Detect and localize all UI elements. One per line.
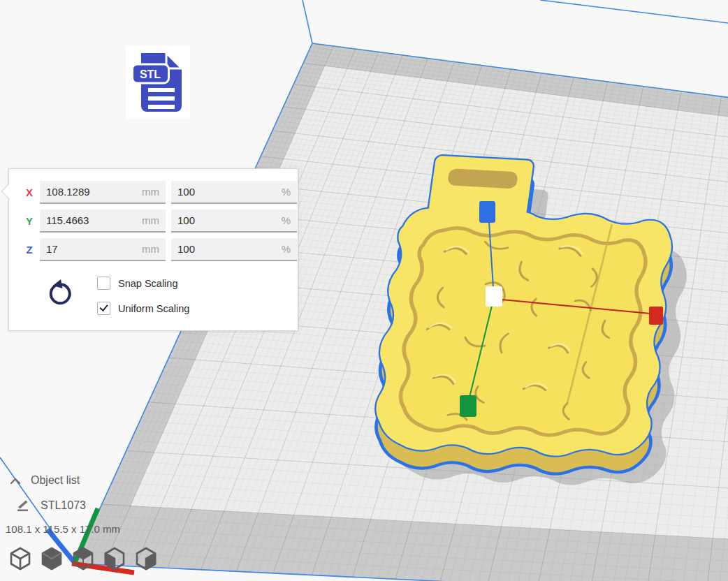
camera-view-toolbar bbox=[7, 545, 159, 572]
percent-unit-label: % bbox=[282, 243, 297, 255]
object-list-item-stl1073[interactable]: STL1073 bbox=[41, 499, 86, 512]
view-front-icon bbox=[38, 545, 65, 572]
scale-y-percent-input[interactable] bbox=[171, 214, 282, 226]
stl-document-icon: STL bbox=[131, 52, 184, 113]
reset-scale-icon bbox=[45, 279, 73, 307]
reset-scale-button[interactable] bbox=[45, 279, 73, 307]
view-top-icon bbox=[70, 545, 96, 572]
mm-unit-label: mm bbox=[142, 243, 166, 255]
view-right-button[interactable] bbox=[133, 545, 159, 572]
scale-handle-y[interactable] bbox=[460, 395, 476, 417]
scale-z-percent-input[interactable] bbox=[171, 243, 282, 255]
view-3d-button[interactable] bbox=[7, 545, 34, 572]
scale-tool-panel: X mm % Y mm % Z mm % bbox=[8, 168, 298, 331]
model-cavity-floor bbox=[393, 226, 653, 441]
mm-unit-label: mm bbox=[142, 214, 166, 226]
stl-badge-label: STL bbox=[140, 68, 161, 80]
scale-x-mm-input[interactable] bbox=[40, 186, 142, 198]
mm-unit-label: mm bbox=[142, 186, 166, 198]
mesh-edit-icon bbox=[15, 497, 31, 513]
scale-row-z: Z mm % bbox=[9, 238, 298, 261]
snap-scaling-label: Snap Scaling bbox=[110, 278, 177, 289]
object-list-collapse-button[interactable] bbox=[9, 476, 22, 486]
checkbox-box bbox=[97, 277, 110, 290]
scale-z-mm-input[interactable] bbox=[40, 243, 142, 255]
scale-x-percent-input[interactable] bbox=[171, 186, 282, 198]
uniform-scaling-label: Uniform Scaling bbox=[110, 303, 189, 314]
axis-x-label: X bbox=[23, 186, 36, 198]
scale-handle-center[interactable] bbox=[486, 286, 502, 307]
scale-y-mm-field: mm bbox=[40, 209, 166, 233]
scale-z-mm-field: mm bbox=[40, 238, 166, 261]
uniform-scaling-checkbox[interactable]: Uniform Scaling bbox=[97, 302, 189, 315]
percent-unit-label: % bbox=[282, 186, 297, 198]
view-right-icon bbox=[133, 545, 159, 572]
scale-handle-z[interactable] bbox=[479, 201, 495, 223]
checkbox-box bbox=[97, 302, 110, 315]
view-left-icon bbox=[101, 545, 128, 572]
scale-x-mm-field: mm bbox=[40, 181, 166, 204]
scale-handle-x[interactable] bbox=[649, 307, 663, 325]
scale-x-percent-field: % bbox=[171, 181, 297, 204]
view-top-button[interactable] bbox=[70, 545, 96, 572]
scale-y-mm-input[interactable] bbox=[40, 214, 142, 226]
object-list-header[interactable]: Object list bbox=[31, 474, 80, 487]
view-front-button[interactable] bbox=[38, 545, 65, 572]
axis-z-label: Z bbox=[23, 244, 36, 256]
view-3d-icon bbox=[7, 545, 34, 572]
axis-y-label: Y bbox=[23, 215, 36, 227]
scale-z-percent-field: % bbox=[171, 238, 297, 261]
stl-file-icon: STL bbox=[126, 46, 190, 119]
selected-model-dimensions: 108.1 x 115.5 x 17.0 mm bbox=[6, 523, 120, 535]
scale-y-percent-field: % bbox=[171, 209, 297, 233]
percent-unit-label: % bbox=[282, 214, 297, 226]
view-left-button[interactable] bbox=[101, 545, 128, 572]
snap-scaling-checkbox[interactable]: Snap Scaling bbox=[97, 277, 177, 290]
scale-row-y: Y mm % bbox=[9, 209, 298, 233]
scale-row-x: X mm % bbox=[9, 181, 298, 204]
cura-workspace: { "file_icon": { "label": "STL" }, "scal… bbox=[0, 0, 728, 581]
